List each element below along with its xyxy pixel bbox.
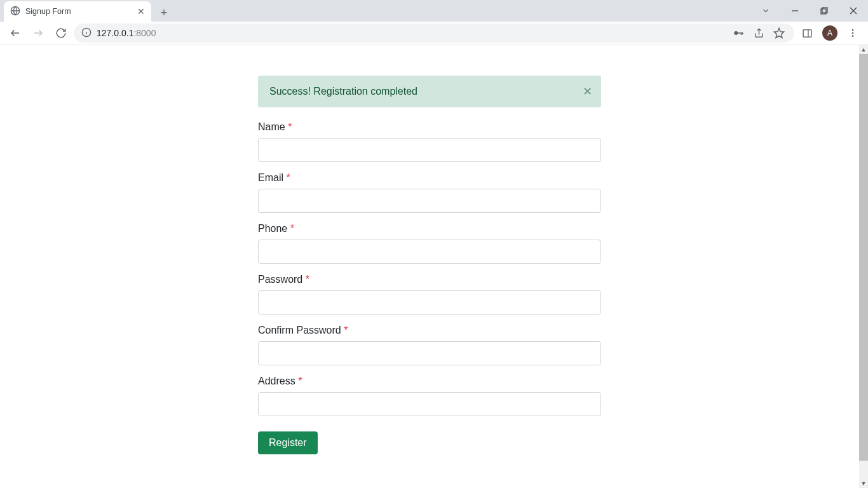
required-marker: *	[344, 325, 348, 336]
scroll-thumb[interactable]	[859, 54, 868, 461]
form-group: Email *	[258, 172, 601, 213]
field-label: Email *	[258, 172, 601, 184]
scroll-up-arrow[interactable]: ▲	[859, 45, 868, 54]
page-scroll[interactable]: Success! Registration completed ✕ Name *…	[0, 45, 859, 488]
globe-icon	[10, 6, 20, 18]
svg-point-21	[852, 35, 854, 37]
svg-rect-14	[742, 32, 743, 34]
key-icon[interactable]	[731, 25, 746, 41]
address-field[interactable]	[258, 392, 601, 416]
url-text: 127.0.0.1:8000	[97, 28, 726, 38]
required-marker: *	[298, 376, 302, 386]
svg-point-19	[852, 29, 854, 31]
name-field[interactable]	[258, 138, 601, 162]
minimize-button[interactable]	[780, 0, 810, 22]
svg-rect-3	[822, 8, 827, 13]
form-container: Success! Registration completed ✕ Name *…	[258, 76, 601, 480]
svg-rect-2	[821, 9, 826, 14]
browser-toolbar: 127.0.0.1:8000 A	[0, 22, 868, 45]
info-icon[interactable]	[81, 27, 92, 39]
side-panel-icon[interactable]	[797, 23, 817, 43]
svg-point-20	[852, 32, 854, 34]
star-icon[interactable]	[771, 25, 787, 41]
field-label: Name *	[258, 121, 601, 133]
alert-close-button[interactable]: ✕	[583, 86, 592, 97]
field-label: Phone *	[258, 223, 601, 234]
field-label: Confirm Password *	[258, 325, 601, 336]
close-window-button[interactable]	[839, 0, 868, 22]
window-controls	[751, 0, 868, 22]
chevron-down-icon[interactable]	[751, 0, 780, 22]
required-marker: *	[290, 223, 294, 234]
viewport: Success! Registration completed ✕ Name *…	[0, 45, 868, 488]
required-marker: *	[288, 121, 292, 132]
menu-icon[interactable]	[843, 23, 863, 43]
field-label: Address *	[258, 376, 601, 387]
svg-point-11	[734, 31, 738, 35]
phone-field[interactable]	[258, 240, 601, 264]
required-marker: *	[286, 172, 290, 183]
share-icon[interactable]	[751, 25, 766, 41]
forward-button[interactable]	[28, 23, 48, 43]
tab-bar: Signup Form ✕ +	[0, 0, 868, 22]
reload-button[interactable]	[51, 23, 71, 43]
scrollbar[interactable]: ▲ ▼	[859, 45, 868, 488]
required-marker: *	[306, 274, 309, 285]
confirm-password-field[interactable]	[258, 341, 601, 365]
svg-rect-13	[741, 32, 742, 35]
scroll-down-arrow[interactable]: ▼	[859, 479, 868, 488]
form-group: Name *	[258, 121, 601, 162]
form-group: Confirm Password *	[258, 325, 601, 365]
browser-tab[interactable]: Signup Form ✕	[4, 1, 151, 22]
field-label: Password *	[258, 274, 601, 285]
form-group: Phone *	[258, 223, 601, 264]
alert-text: Success! Registration completed	[269, 86, 417, 97]
tab-title: Signup Form	[25, 7, 132, 16]
svg-marker-16	[775, 29, 784, 38]
success-alert: Success! Registration completed ✕	[258, 76, 601, 107]
form-group: Address *	[258, 376, 601, 416]
close-icon[interactable]: ✕	[137, 6, 145, 17]
form-group: Password *	[258, 274, 601, 315]
email-field[interactable]	[258, 189, 601, 213]
new-tab-button[interactable]: +	[155, 4, 173, 22]
svg-rect-17	[803, 29, 811, 36]
browser-chrome: Signup Form ✕ +	[0, 0, 868, 45]
password-field[interactable]	[258, 290, 601, 315]
svg-rect-12	[738, 32, 743, 34]
maximize-button[interactable]	[810, 0, 839, 22]
avatar[interactable]: A	[822, 25, 837, 41]
register-button[interactable]: Register	[258, 431, 318, 454]
back-button[interactable]	[5, 23, 25, 43]
address-bar[interactable]: 127.0.0.1:8000	[74, 24, 794, 43]
